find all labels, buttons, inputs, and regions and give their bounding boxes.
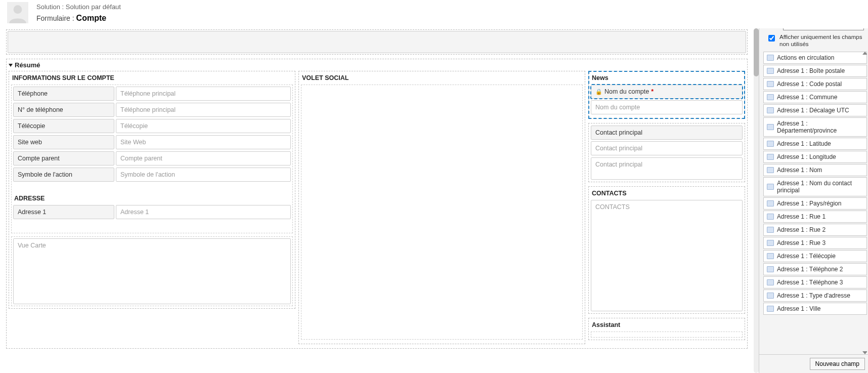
field-list-item-label: Adresse 1 : Commune [777, 94, 837, 101]
field-list-item-label: Adresse 1 : Rue 3 [777, 239, 826, 246]
field-phone-label: Téléphone [13, 87, 114, 101]
field-list-item[interactable]: Adresse 1 : Nom du contact principal [763, 177, 867, 196]
field-phone[interactable]: Téléphone Téléphone principal [13, 87, 291, 101]
field-list-item-label: Adresse 1 : Code postal [777, 80, 842, 88]
tab-collapse-icon[interactable] [9, 64, 13, 67]
field-account-name-input[interactable]: Nom du compte [591, 100, 743, 114]
field-icon [767, 124, 774, 130]
field-list-item-label: Adresse 1 : Longitude [777, 153, 836, 160]
field-primary-contact[interactable]: Contact principal Contact principal [591, 126, 743, 155]
field-list-item[interactable]: Adresse 1 : Téléphone 2 [763, 263, 867, 275]
field-list-item-label: Adresse 1 : Télécopie [777, 253, 836, 260]
form-header-container[interactable] [6, 29, 748, 55]
page-header: Solution : Solution par défaut Formulair… [0, 0, 868, 28]
field-icon [767, 227, 774, 233]
field-list-item[interactable]: Adresse 1 : Commune [763, 91, 867, 103]
field-list-item[interactable]: Adresse 1 : Nom [763, 164, 867, 176]
field-account-name[interactable]: 🔒 Nom du compte * Nom du compte [591, 85, 743, 114]
field-list-item-label: Actions en circulation [777, 54, 834, 61]
unused-only-checkbox[interactable] [768, 35, 775, 42]
canvas-scrollbar[interactable] [754, 28, 759, 373]
field-list-item[interactable]: Adresse 1 : Rue 2 [763, 224, 867, 236]
field-icon [767, 200, 774, 206]
section-news-title: News [591, 73, 743, 85]
field-list-item-label: Adresse 1 : Nom [777, 167, 822, 174]
field-phone-input[interactable]: Téléphone principal [116, 87, 291, 101]
field-list-item[interactable]: Adresse 1 : Pays/région [763, 197, 867, 210]
field-list-item[interactable]: Actions en circulation [763, 52, 867, 64]
field-list-item-label: Adresse 1 : Téléphone 3 [777, 279, 843, 286]
field-list-item[interactable]: Adresse 1 : Boîte postale [763, 65, 867, 77]
field-list-item-label: Adresse 1 : Type d'adresse [777, 292, 850, 299]
field-fax-label: Télécopie [13, 119, 114, 133]
section-account-info[interactable]: INFORMATIONS SUR LE COMPTE Téléphone Tél… [9, 71, 295, 309]
field-phone-no-input[interactable]: Téléphone principal [116, 103, 291, 117]
field-primary-contact-label: Contact principal [591, 126, 743, 140]
field-icon [767, 266, 774, 272]
field-list-item[interactable]: Adresse 1 : Département/province [763, 117, 867, 137]
lock-icon: 🔒 [595, 89, 602, 95]
field-icon [767, 167, 774, 173]
field-phone-no[interactable]: N° de téléphone Téléphone principal [13, 103, 291, 117]
section-address-title: ADRESSE [13, 194, 291, 205]
field-website-label: Site web [13, 135, 114, 149]
field-list-item[interactable]: Adresse 1 : Rue 3 [763, 237, 867, 249]
field-icon [767, 279, 774, 285]
field-list-item[interactable]: Adresse 1 : Longitude [763, 151, 867, 163]
field-icon [767, 141, 774, 147]
field-address1-label: Adresse 1 [13, 205, 114, 219]
scroll-up-icon[interactable] [862, 52, 867, 55]
solution-name: Solution par défaut [66, 3, 121, 11]
field-list-item[interactable]: Adresse 1 : Décalage UTC [763, 104, 867, 116]
field-website-input[interactable]: Site Web [116, 135, 291, 149]
section-news[interactable]: News 🔒 Nom du compte * Nom du compte [588, 71, 745, 119]
field-list-item[interactable]: Adresse 1 : Type d'adresse [763, 289, 867, 302]
scroll-down-icon[interactable] [862, 351, 867, 354]
field-icon [767, 68, 774, 74]
field-list-item[interactable]: Adresse 1 : Code postal [763, 78, 867, 90]
field-parent-account[interactable]: Compte parent Compte parent [13, 151, 291, 165]
primary-contact-card[interactable]: Contact principal [591, 157, 743, 180]
field-icon [767, 94, 774, 100]
field-list-item-label: Adresse 1 : Boîte postale [777, 67, 845, 74]
field-ticker[interactable]: Symbole de l'action Symbole de l'action [13, 168, 291, 182]
field-address1[interactable]: Adresse 1 Adresse 1 [13, 205, 291, 219]
map-view-control[interactable]: Vue Carte [13, 238, 291, 304]
field-icon [767, 154, 774, 160]
field-list-item[interactable]: Adresse 1 : Télécopie [763, 250, 867, 262]
field-list-item[interactable]: Adresse 1 : Latitude [763, 138, 867, 150]
field-website[interactable]: Site web Site Web [13, 135, 291, 149]
section-assistant[interactable]: Assistant [588, 318, 745, 340]
field-icon [767, 184, 774, 190]
user-avatar-icon [7, 2, 28, 23]
section-primary-contact[interactable]: Contact principal Contact principal Cont… [588, 123, 745, 182]
new-field-button[interactable]: Nouveau champ [810, 358, 865, 370]
field-account-name-label: 🔒 Nom du compte * [591, 85, 743, 99]
field-list-item[interactable]: Adresse 1 : Téléphone 3 [763, 276, 867, 288]
required-icon: * [651, 88, 654, 95]
field-list: Actions en circulationAdresse 1 : Boîte … [763, 52, 867, 354]
section-social[interactable]: VOLET SOCIAL [298, 71, 585, 344]
field-parent-account-input[interactable]: Compte parent [116, 151, 291, 165]
field-list-item-label: Adresse 1 : Latitude [777, 140, 831, 147]
field-fax-input[interactable]: Télécopie [116, 119, 291, 133]
form-name: Compte [76, 14, 107, 22]
field-icon [767, 240, 774, 246]
tab-resume[interactable]: Résumé INFORMATIONS SUR LE COMPTE Téléph… [6, 59, 748, 349]
section-contacts[interactable]: CONTACTS CONTACTS [588, 186, 745, 314]
canvas-scrollbar-thumb[interactable] [754, 28, 759, 76]
field-fax[interactable]: Télécopie Télécopie [13, 119, 291, 133]
solution-prefix: Solution : [36, 3, 66, 11]
field-list-scrollbar[interactable] [862, 52, 867, 354]
field-primary-contact-input[interactable]: Contact principal [591, 141, 743, 155]
field-parent-account-label: Compte parent [13, 151, 114, 165]
form-header-placeholder[interactable] [8, 31, 746, 53]
field-icon [767, 55, 774, 61]
field-phone-no-label: N° de téléphone [13, 103, 114, 117]
field-list-item-label: Adresse 1 : Téléphone 2 [777, 266, 843, 273]
contacts-subgrid[interactable]: CONTACTS [591, 200, 743, 311]
field-address1-input[interactable]: Adresse 1 [116, 205, 291, 219]
field-list-item[interactable]: Adresse 1 : Rue 1 [763, 211, 867, 223]
field-list-item[interactable]: Adresse 1 : Ville [763, 303, 867, 315]
field-ticker-input[interactable]: Symbole de l'action [116, 168, 291, 182]
